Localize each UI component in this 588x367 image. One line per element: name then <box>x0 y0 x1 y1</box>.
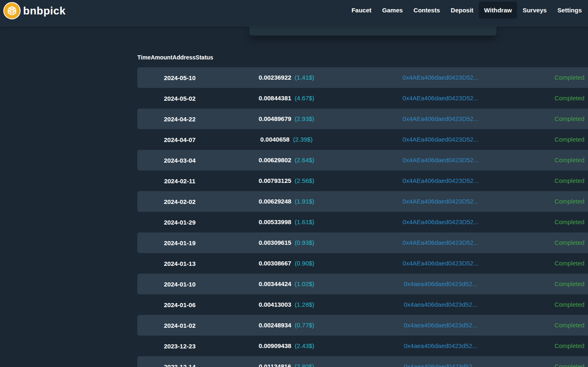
withdrawal-amount: 0.00629248 <box>259 198 291 205</box>
withdrawal-time: 2023-12-14 <box>137 363 222 367</box>
withdrawal-usd-value: (1.61$) <box>295 218 315 225</box>
withdrawal-usd-value: (2.56$) <box>295 177 315 184</box>
withdrawal-time: 2024-03-04 <box>137 157 222 164</box>
withdrawal-usd-value: (2.43$) <box>295 342 315 349</box>
table-row: 2024-03-04 0.00629802 (2.64$) 0x4AEa406d… <box>137 150 588 170</box>
withdrawal-status-cell: Completed <box>530 156 588 164</box>
withdrawal-usd-value: (1.02$) <box>295 280 315 287</box>
withdrawal-address-link[interactable]: 0x4AEa406daed0423D52... <box>402 260 478 267</box>
withdrawal-address-link[interactable]: 0x4AEa406daed0423D52... <box>402 198 478 205</box>
withdrawal-time: 2024-02-11 <box>137 178 222 185</box>
withdrawal-address-cell: 0x4aea406daed0423d52... <box>351 301 530 308</box>
withdrawal-address-link[interactable]: 0x4aea406daed0423d52... <box>404 301 477 308</box>
withdrawal-amount-cell: 0.00793125 (2.56$) <box>222 177 351 185</box>
column-header-status: Status <box>195 54 213 61</box>
withdraw-card-bottom-edge <box>249 26 496 36</box>
withdrawal-amount-cell: 0.01124816 (2.80$) <box>222 363 351 367</box>
withdrawal-status: Completed <box>555 198 585 205</box>
bnb-cube-icon: N B B <box>3 2 21 19</box>
withdrawal-address-cell: 0x4aea406daed0423d52... <box>351 280 530 288</box>
table-row: 2023-12-23 0.00909438 (2.43$) 0x4aea406d… <box>137 336 588 356</box>
withdrawal-amount-cell: 0.00344424 (1.02$) <box>222 280 351 288</box>
withdrawal-usd-value: (1.41$) <box>295 74 315 81</box>
brand-logo[interactable]: N B B bnbpick <box>0 0 66 20</box>
withdrawal-time: 2024-01-13 <box>137 260 222 267</box>
withdrawal-time: 2024-01-29 <box>137 219 222 226</box>
withdrawal-status-cell: Completed <box>530 260 588 267</box>
nav-item-faucet[interactable]: Faucet <box>346 2 376 19</box>
withdrawal-amount: 0.0040658 <box>260 136 289 143</box>
withdrawal-amount-cell: 0.00248934 (0.77$) <box>222 322 351 329</box>
withdrawal-address-cell: 0x4AEa406daed0423D52... <box>351 74 530 81</box>
withdrawal-status-cell: Completed <box>530 363 588 367</box>
withdrawal-status: Completed <box>555 74 585 81</box>
withdrawal-usd-value: (2.39$) <box>293 136 313 143</box>
withdrawal-time: 2023-12-23 <box>137 343 222 350</box>
withdrawal-amount: 0.00533998 <box>259 218 291 225</box>
withdrawal-status: Completed <box>555 322 585 329</box>
svg-text:N: N <box>10 6 14 10</box>
table-row: 2024-02-02 0.00629248 (1.91$) 0x4AEa406d… <box>137 191 588 212</box>
table-row: 2024-04-22 0.00489679 (2.93$) 0x4AEa406d… <box>137 109 588 129</box>
withdrawal-amount-cell: 0.0040658 (2.39$) <box>222 136 351 143</box>
withdrawal-status: Completed <box>555 280 585 287</box>
table-row: 2024-05-02 0.00844381 (4.67$) 0x4AEa406d… <box>137 88 588 109</box>
withdrawal-address-link[interactable]: 0x4AEa406daed0423D52... <box>402 136 478 143</box>
nav-item-withdraw[interactable]: Withdraw <box>479 2 517 19</box>
withdrawal-time: 2024-05-02 <box>137 95 222 102</box>
svg-text:B: B <box>9 10 11 15</box>
withdrawal-usd-value: (1.28$) <box>295 301 315 308</box>
withdrawal-address-link[interactable]: 0x4AEa406daed0423D52... <box>402 115 478 122</box>
withdrawal-address-cell: 0x4AEa406daed0423D52... <box>351 136 530 143</box>
withdrawal-address-link[interactable]: 0x4AEa406daed0423D52... <box>402 156 478 163</box>
withdrawal-time: 2024-01-02 <box>137 322 222 329</box>
withdrawal-amount: 0.00309615 <box>259 239 291 246</box>
withdrawal-status-cell: Completed <box>530 301 588 308</box>
withdrawal-time: 2024-01-19 <box>137 239 222 246</box>
nav-item-contests[interactable]: Contests <box>408 2 445 19</box>
withdrawal-amount-cell: 0.00413003 (1.28$) <box>222 301 351 308</box>
table-header-row: Time Amount Address Status <box>137 47 588 67</box>
table-row: 2024-01-13 0.00308667 (0.90$) 0x4AEa406d… <box>137 253 588 274</box>
withdrawal-amount: 0.00629802 <box>259 156 291 163</box>
withdrawal-usd-value: (2.80$) <box>294 363 314 367</box>
withdrawal-amount-cell: 0.00236922 (1.41$) <box>222 74 351 81</box>
withdrawal-status: Completed <box>555 115 585 122</box>
withdrawal-amount: 0.00413003 <box>259 301 291 308</box>
withdrawal-usd-value: (2.64$) <box>295 156 315 163</box>
withdrawal-address-link[interactable]: 0x4aea406daed0423d52... <box>404 322 477 329</box>
withdrawal-address-link[interactable]: 0x4AEa406daed0423D52... <box>402 74 478 81</box>
withdrawal-address-link[interactable]: 0x4AEa406daed0423D52... <box>402 239 478 246</box>
withdrawal-address-cell: 0x4AEa406daed0423D52... <box>351 115 530 123</box>
table-row: 2024-01-02 0.00248934 (0.77$) 0x4aea406d… <box>137 315 588 336</box>
table-row: 2024-01-06 0.00413003 (1.28$) 0x4aea406d… <box>137 294 588 315</box>
withdrawal-amount-cell: 0.00489679 (2.93$) <box>222 115 351 123</box>
nav-item-games[interactable]: Games <box>377 2 408 19</box>
withdrawal-address-cell: 0x4aea406daed0423d52... <box>351 322 530 329</box>
withdrawal-address-link[interactable]: 0x4aea406daed0423d52... <box>404 280 477 287</box>
brand-name: bnbpick <box>23 5 66 17</box>
withdrawal-status-cell: Completed <box>530 95 588 102</box>
withdrawal-usd-value: (0.77$) <box>295 322 315 329</box>
withdrawal-status-cell: Completed <box>530 280 588 288</box>
withdrawal-address-link[interactable]: 0x4AEa406daed0423D52... <box>402 177 478 184</box>
nav-item-surveys[interactable]: Surveys <box>517 2 552 19</box>
withdrawal-amount: 0.00236922 <box>259 74 291 81</box>
nav-item-settings[interactable]: Settings <box>552 2 587 19</box>
table-row: 2024-04-07 0.0040658 (2.39$) 0x4AEa406da… <box>137 129 588 150</box>
withdrawal-address-link[interactable]: 0x4AEa406daed0423D52... <box>402 95 478 102</box>
nav-item-deposit[interactable]: Deposit <box>445 2 479 19</box>
withdrawal-address-link[interactable]: 0x4aea406daed0423d52... <box>404 363 477 367</box>
withdrawal-address-cell: 0x4AEa406daed0423D52... <box>351 239 530 246</box>
withdrawal-time: 2024-01-06 <box>137 301 222 308</box>
withdrawal-address-link[interactable]: 0x4AEa406daed0423D52... <box>402 218 478 225</box>
withdrawal-amount: 0.00793125 <box>259 177 291 184</box>
withdrawal-time: 2024-01-10 <box>137 281 222 288</box>
withdrawal-amount: 0.00248934 <box>259 322 291 329</box>
withdrawal-amount-cell: 0.00533998 (1.61$) <box>222 218 351 226</box>
withdrawal-amount-cell: 0.00308667 (0.90$) <box>222 260 351 267</box>
withdrawal-address-cell: 0x4AEa406daed0423D52... <box>351 177 530 185</box>
withdrawal-status-cell: Completed <box>530 322 588 329</box>
withdrawal-address-link[interactable]: 0x4aea406daed0423d52... <box>404 342 477 349</box>
withdrawal-amount-cell: 0.00909438 (2.43$) <box>222 342 351 350</box>
